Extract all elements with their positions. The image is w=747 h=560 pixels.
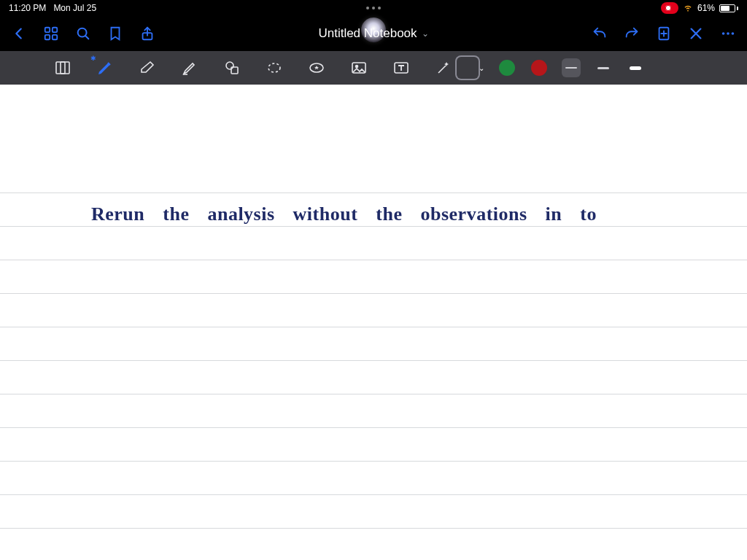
svg-rect-0 (45, 28, 50, 32)
lasso-tool[interactable] (264, 58, 285, 78)
chevron-down-icon: ⌄ (479, 64, 484, 72)
grid-view-button[interactable] (42, 25, 60, 42)
back-button[interactable] (10, 25, 28, 42)
color-swatch-blue[interactable] (457, 57, 479, 79)
svg-point-19 (268, 63, 280, 72)
rule-line (0, 226, 747, 227)
color-swatch-green[interactable] (498, 58, 516, 77)
page-layout-tool[interactable] (53, 58, 73, 78)
battery-percent: 61% (697, 3, 715, 13)
color-swatch-red[interactable] (530, 58, 549, 77)
laser-tool[interactable] (433, 58, 454, 78)
app-header: Untitled Notebook ⌄ (0, 16, 747, 51)
svg-point-22 (356, 66, 358, 68)
rule-line (0, 528, 747, 529)
status-bar: 11:20 PM Mon Jul 25 61% (0, 0, 747, 16)
svg-rect-3 (53, 35, 57, 39)
svg-point-13 (727, 32, 729, 35)
rule-line (0, 427, 747, 428)
stroke-medium[interactable] (594, 58, 613, 77)
svg-line-5 (85, 36, 88, 39)
pen-tool[interactable]: ✱ (95, 58, 115, 78)
title-text: Untitled Notebook (318, 26, 417, 41)
search-button[interactable] (74, 25, 92, 42)
svg-point-17 (226, 62, 233, 69)
svg-point-14 (732, 32, 735, 35)
bookmark-button[interactable] (107, 25, 124, 42)
rule-line (0, 394, 747, 394)
status-date: Mon Jul 25 (53, 3, 96, 13)
battery-icon (719, 4, 738, 12)
tool-toolbar: ✱ ⌄ (0, 51, 747, 85)
rule-line (0, 260, 747, 260)
rule-line (0, 327, 747, 327)
eraser-tool[interactable] (137, 58, 158, 78)
highlighter-tool[interactable] (179, 58, 200, 78)
status-time: 11:20 PM (9, 3, 46, 13)
add-page-button[interactable] (655, 25, 673, 42)
note-canvas[interactable]: Rerun the analysis without the observati… (0, 85, 747, 560)
text-tool[interactable] (391, 58, 411, 78)
rule-line (0, 293, 747, 294)
screen-record-pill[interactable] (661, 2, 678, 14)
wifi-icon (683, 2, 693, 15)
rule-line (0, 494, 747, 495)
stroke-thick[interactable] (626, 58, 645, 77)
handwritten-line: Rerun the analysis without the observati… (91, 203, 597, 225)
svg-rect-1 (53, 28, 57, 32)
stroke-thin[interactable] (562, 58, 581, 77)
status-center (366, 7, 381, 9)
document-title[interactable]: Untitled Notebook ⌄ (318, 26, 428, 41)
chevron-down-icon: ⌄ (422, 28, 429, 39)
bluetooth-icon: ✱ (90, 55, 96, 62)
undo-button[interactable] (591, 25, 608, 42)
more-button[interactable] (719, 25, 737, 42)
share-button[interactable] (139, 25, 156, 42)
rule-line (0, 360, 747, 361)
image-tool[interactable] (349, 58, 369, 78)
redo-button[interactable] (623, 25, 640, 42)
close-button[interactable] (687, 25, 705, 42)
svg-point-12 (722, 32, 725, 35)
rule-line (0, 461, 747, 462)
svg-rect-2 (45, 35, 50, 39)
record-icon (665, 5, 671, 11)
rule-line (0, 192, 747, 193)
shapes-tool[interactable] (222, 58, 242, 78)
multitask-dots-icon[interactable] (366, 7, 381, 9)
favorites-tool[interactable] (306, 58, 327, 78)
